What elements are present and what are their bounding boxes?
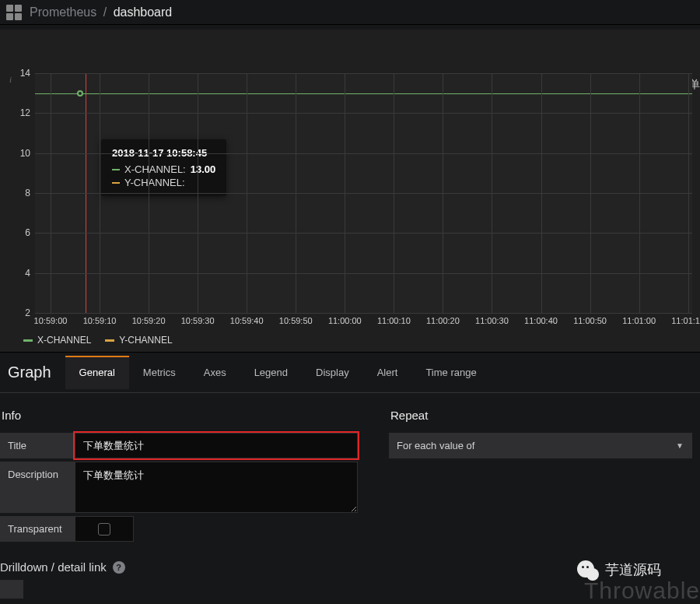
repeat-section-title: Repeat: [389, 409, 692, 422]
legend-item[interactable]: Y-CHANNEL: [105, 335, 172, 346]
chart-legend: X-CHANNELY-CHANNEL: [8, 328, 692, 349]
repeat-select[interactable]: ▼: [487, 433, 692, 458]
tab-axes[interactable]: Axes: [190, 356, 240, 389]
tab-general[interactable]: General: [65, 356, 129, 389]
tab-display[interactable]: Display: [302, 356, 363, 389]
editor-tabs: GeneralMetricsAxesLegendDisplayAlertTime…: [65, 356, 491, 389]
add-link-button[interactable]: [0, 580, 23, 599]
drilldown-label: Drilldown / detail link: [0, 560, 107, 574]
tab-legend[interactable]: Legend: [240, 356, 302, 389]
graph-panel: i 下单 2468101214 2018-11-17 10:58:45 X-CH…: [0, 30, 700, 352]
breadcrumb: Prometheus / dashboard: [30, 5, 172, 19]
description-input[interactable]: [75, 462, 358, 513]
watermark-throwable: Throwable: [584, 578, 700, 604]
editor-title: Graph: [0, 353, 65, 392]
tab-time-range[interactable]: Time range: [411, 356, 490, 389]
chart-tooltip: 2018-11-17 10:58:45 X-CHANNEL:13.00Y-CHA…: [101, 139, 226, 196]
breadcrumb-current: dashboard: [114, 5, 173, 19]
series-line-x-channel: [35, 93, 692, 94]
repeat-label: For each value of: [389, 433, 487, 458]
tab-alert[interactable]: Alert: [363, 356, 412, 389]
transparent-label: Transparent: [0, 516, 75, 542]
help-icon[interactable]: ?: [113, 561, 125, 574]
plot-area[interactable]: 2018-11-17 10:58:45 X-CHANNEL:13.00Y-CHA…: [35, 73, 692, 313]
info-section-title: Info: [0, 409, 358, 422]
legend-item[interactable]: X-CHANNEL: [23, 335, 91, 346]
chevron-down-icon: ▼: [676, 441, 684, 450]
transparent-checkbox[interactable]: [75, 516, 134, 542]
y-axis: 2468101214: [8, 73, 35, 313]
tab-metrics[interactable]: Metrics: [129, 356, 190, 389]
breadcrumb-root[interactable]: Prometheus: [30, 5, 96, 19]
app-grid-icon[interactable]: [6, 5, 22, 20]
description-label: Description: [0, 462, 75, 513]
x-axis: 10:59:0010:59:1010:59:2010:59:3010:59:40…: [35, 313, 692, 328]
series-point-x-channel: [77, 90, 83, 97]
title-input[interactable]: [75, 433, 358, 458]
title-label: Title: [0, 433, 75, 458]
